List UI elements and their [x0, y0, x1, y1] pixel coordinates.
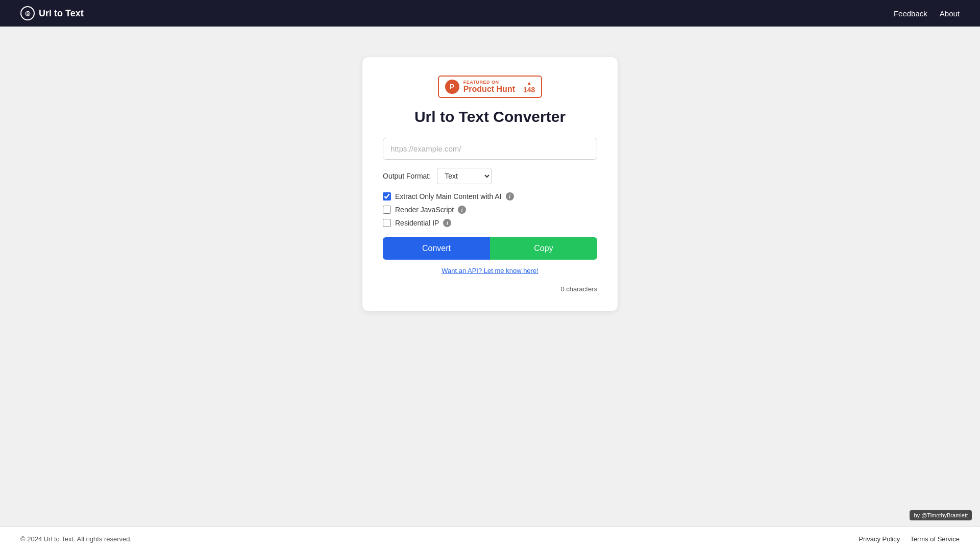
footer-copyright: © 2024 Url to Text. All rights reserved. [20, 535, 132, 543]
url-input[interactable] [383, 138, 597, 160]
terms-of-service-link[interactable]: Terms of Service [910, 535, 960, 543]
product-hunt-link[interactable]: P FEATURED ON Product Hunt ▲ 148 [438, 76, 543, 98]
char-count: 0 characters [383, 285, 597, 293]
render-js-info-icon[interactable]: i [458, 206, 466, 214]
main-content: P FEATURED ON Product Hunt ▲ 148 Url to … [0, 27, 980, 527]
checkbox-group: Extract Only Main Content with AI i Rend… [383, 192, 597, 227]
convert-button[interactable]: Convert [383, 237, 490, 260]
residential-ip-info-icon[interactable]: i [443, 219, 451, 227]
product-hunt-badge: P FEATURED ON Product Hunt ▲ 148 [383, 76, 597, 98]
render-js-label: Render JavaScript [395, 206, 454, 214]
feedback-link[interactable]: Feedback [894, 9, 927, 18]
navbar-links: Feedback About [894, 9, 960, 18]
checkbox-item-residential-ip: Residential IP i [383, 219, 597, 227]
main-card: P FEATURED ON Product Hunt ▲ 148 Url to … [362, 57, 618, 311]
ph-count: ▲ 148 [523, 80, 535, 94]
attribution-badge: by @TimothyBramlett [910, 510, 972, 520]
about-link[interactable]: About [940, 9, 960, 18]
copy-button[interactable]: Copy [490, 237, 597, 260]
extract-main-checkbox[interactable] [383, 192, 391, 201]
footer: © 2024 Url to Text. All rights reserved.… [0, 527, 980, 551]
extract-main-info-icon[interactable]: i [506, 192, 514, 201]
ph-text: FEATURED ON Product Hunt [463, 80, 515, 94]
ph-logo: P [445, 80, 459, 94]
footer-links: Privacy Policy Terms of Service [859, 535, 960, 543]
privacy-policy-link[interactable]: Privacy Policy [859, 535, 900, 543]
residential-ip-label: Residential IP [395, 219, 439, 227]
checkbox-item-extract: Extract Only Main Content with AI i [383, 192, 597, 201]
brand-label: Url to Text [39, 8, 84, 19]
button-row: Convert Copy [383, 237, 597, 260]
checkbox-item-render-js: Render JavaScript i [383, 206, 597, 214]
ph-featured-on: FEATURED ON [463, 80, 515, 85]
navbar: ◎ Url to Text Feedback About [0, 0, 980, 27]
brand-link[interactable]: ◎ Url to Text [20, 6, 84, 20]
api-link[interactable]: Want an API? Let me know here! [442, 267, 538, 274]
residential-ip-checkbox[interactable] [383, 219, 391, 227]
render-js-checkbox[interactable] [383, 206, 391, 214]
format-select[interactable]: Text Markdown HTML [437, 168, 492, 184]
format-row: Output Format: Text Markdown HTML [383, 168, 597, 184]
format-label: Output Format: [383, 172, 431, 180]
ph-product-hunt-label: Product Hunt [463, 85, 515, 94]
api-link-container: Want an API? Let me know here! [383, 266, 597, 275]
ph-arrow: ▲ [527, 80, 532, 86]
page-title: Url to Text Converter [383, 108, 597, 126]
brand-icon: ◎ [20, 6, 35, 20]
ph-number: 148 [523, 86, 535, 94]
extract-main-label: Extract Only Main Content with AI [395, 192, 502, 201]
